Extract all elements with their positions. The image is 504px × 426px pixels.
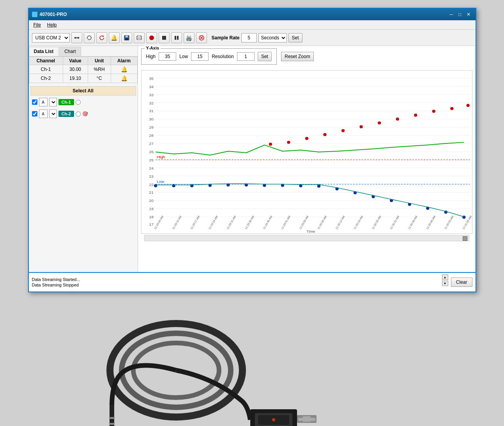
- print-preview-button[interactable]: [134, 32, 145, 43]
- svg-text:30: 30: [149, 117, 154, 122]
- channel-2-dropdown[interactable]: ▼: [49, 110, 57, 118]
- svg-point-60: [287, 141, 290, 144]
- svg-text:20: 20: [149, 199, 154, 203]
- svg-text:29: 29: [149, 125, 154, 129]
- cable-svg: [87, 300, 320, 426]
- svg-text:27: 27: [149, 141, 154, 146]
- seconds-select[interactable]: Seconds Minutes: [258, 33, 287, 42]
- toolbar: USB COM 2 🔔 🖨️: [29, 30, 476, 46]
- svg-point-62: [323, 133, 326, 136]
- svg-rect-11: [175, 36, 176, 40]
- tab-data-list[interactable]: Data List: [29, 47, 59, 56]
- y-set-button[interactable]: Set: [258, 52, 272, 61]
- channel-1-label[interactable]: Ch-1: [58, 99, 74, 105]
- sample-rate-input[interactable]: [241, 33, 257, 42]
- refresh-button[interactable]: [84, 32, 95, 43]
- svg-point-72: [172, 184, 175, 187]
- channel-1-alarm-btn[interactable]: A: [39, 98, 48, 106]
- svg-point-69: [450, 107, 453, 110]
- svg-text:26: 26: [149, 150, 154, 154]
- svg-rect-10: [162, 36, 166, 40]
- window-title: 407001-PRO: [40, 12, 447, 17]
- help-menu[interactable]: Help: [44, 21, 60, 28]
- svg-text:28: 28: [149, 133, 154, 138]
- channel-value: 30.00: [63, 65, 88, 74]
- stop-button[interactable]: [159, 32, 170, 43]
- channel-1-checkbox[interactable]: [32, 99, 37, 105]
- sample-set-button[interactable]: Set: [288, 33, 302, 42]
- title-bar: 407001-PRO ─ □ ✕: [29, 9, 476, 20]
- channel-alarm[interactable]: 🔔: [111, 74, 137, 83]
- svg-rect-7: [138, 35, 141, 37]
- svg-point-88: [462, 216, 465, 219]
- connect-button[interactable]: [71, 32, 82, 43]
- select-all-button[interactable]: Select All: [30, 86, 136, 95]
- save-button[interactable]: [121, 32, 132, 43]
- col-header-alarm: Alarm: [111, 57, 137, 65]
- clear-button[interactable]: Clear: [451, 278, 472, 287]
- scrollbar-thumb[interactable]: [463, 236, 467, 241]
- channel-2-alarm-btn[interactable]: A: [39, 110, 48, 118]
- reset-zoom-button[interactable]: Reset Zoom: [281, 52, 313, 61]
- y-resolution-input[interactable]: [237, 52, 255, 61]
- svg-text:23: 23: [149, 174, 154, 179]
- svg-rect-126: [311, 421, 315, 422]
- channel-2-label[interactable]: Ch-2: [58, 111, 74, 117]
- pause-button[interactable]: [171, 32, 182, 43]
- svg-rect-5: [125, 38, 128, 40]
- channel-2-target-icon[interactable]: 🎯: [82, 111, 88, 117]
- svg-text:25: 25: [149, 158, 154, 162]
- svg-rect-124: [298, 421, 303, 422]
- channel-name: Ch-2: [29, 74, 63, 83]
- svg-text:24: 24: [149, 166, 154, 170]
- chart-scrollbar[interactable]: [144, 235, 469, 241]
- svg-point-68: [432, 110, 435, 113]
- svg-rect-16: [141, 71, 472, 233]
- channel-1-dropdown[interactable]: ▼: [49, 98, 57, 106]
- svg-rect-125: [311, 416, 315, 418]
- y-axis-label: Y-Axis: [145, 46, 161, 50]
- tab-chart[interactable]: Chart: [59, 47, 81, 56]
- data-table: Channel Value Unit Alarm Ch-1 30.00 %RH …: [29, 57, 138, 83]
- col-header-channel: Channel: [29, 57, 63, 65]
- channel-2-radio[interactable]: [76, 111, 81, 117]
- svg-text:32: 32: [149, 101, 154, 105]
- table-row: Ch-1 30.00 %RH 🔔: [29, 65, 137, 74]
- alarm-button[interactable]: 🔔: [109, 32, 120, 43]
- channel-2-checkbox[interactable]: [32, 111, 37, 117]
- cancel-button[interactable]: [196, 32, 207, 43]
- cable-image-area: [28, 300, 476, 426]
- file-menu[interactable]: File: [30, 21, 44, 28]
- channel-alarm[interactable]: 🔔: [111, 65, 137, 74]
- svg-text:Time: Time: [306, 229, 315, 233]
- svg-point-67: [414, 113, 417, 117]
- svg-point-59: [269, 143, 272, 146]
- close-button[interactable]: ✕: [465, 11, 472, 18]
- y-low-input[interactable]: [191, 52, 209, 61]
- window-controls: ─ □ ✕: [447, 11, 472, 18]
- sample-rate-label: Sample Rate: [212, 35, 240, 41]
- table-row: Ch-2 19.10 °C 🔔: [29, 74, 137, 83]
- maximize-button[interactable]: □: [456, 11, 464, 18]
- channel-name: Ch-1: [29, 65, 63, 74]
- svg-text:18: 18: [149, 215, 154, 219]
- svg-point-65: [378, 121, 381, 124]
- svg-text:Low: Low: [157, 179, 164, 184]
- chart-panel: Y-Axis High Low Resolution Set Reset Zoo…: [138, 46, 476, 272]
- svg-point-61: [305, 137, 308, 140]
- channel-1-radio[interactable]: [76, 100, 81, 105]
- scroll-down-button[interactable]: ▼: [442, 281, 448, 286]
- svg-rect-12: [177, 36, 179, 40]
- svg-rect-123: [298, 416, 303, 418]
- y-high-input[interactable]: [159, 52, 176, 61]
- record-button[interactable]: [146, 32, 157, 43]
- svg-point-9: [149, 35, 154, 40]
- svg-rect-4: [126, 35, 128, 37]
- reload-button[interactable]: [96, 32, 107, 43]
- print-button[interactable]: 🖨️: [184, 32, 195, 43]
- com-port-select[interactable]: USB COM 2: [32, 33, 70, 42]
- minimize-button[interactable]: ─: [447, 11, 455, 18]
- status-line-1: Data Streaming Started...: [32, 277, 80, 282]
- sample-rate-group: Sample Rate Seconds Minutes Set: [212, 33, 302, 42]
- scroll-up-button[interactable]: ▲: [442, 274, 448, 280]
